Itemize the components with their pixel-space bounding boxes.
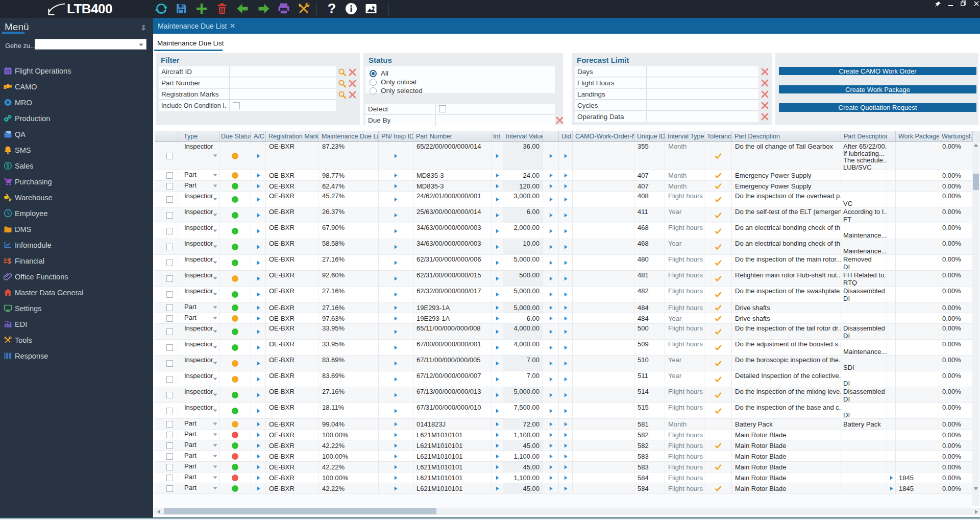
svg-text:$: $ (7, 256, 12, 265)
svg-text:$: $ (7, 162, 10, 169)
